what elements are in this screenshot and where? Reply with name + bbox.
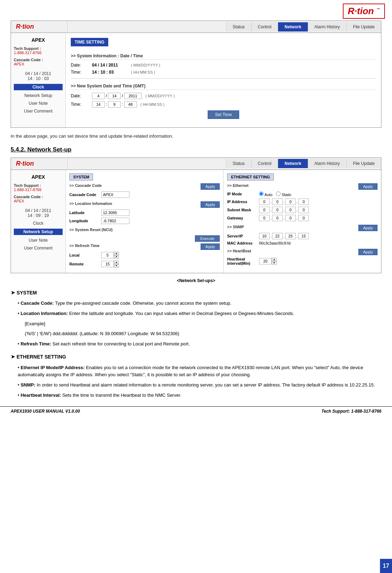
sidebar2-title: APEX [14, 174, 63, 180]
location-title: >> Location Infomation [69, 201, 112, 206]
server-ip-1[interactable] [259, 233, 270, 239]
heartbeat-interval-input[interactable] [259, 258, 272, 264]
ip-mode-static-radio[interactable] [276, 191, 281, 196]
gateway-1[interactable] [259, 215, 270, 221]
sidebar1-nav-clock[interactable]: Clock [14, 84, 63, 90]
ethernet-apply-button[interactable]: Apply [358, 183, 377, 190]
ip-addr-3[interactable] [285, 199, 296, 205]
subnet-1[interactable] [259, 207, 270, 213]
local-input[interactable] [101, 252, 114, 258]
local-spin-up[interactable]: ▲ [114, 252, 119, 255]
tab-file-update-1[interactable]: File Update [346, 22, 381, 31]
server-ip-2[interactable] [272, 233, 283, 239]
heartbeat-interval-label: Heartbeat Interval(Min) [227, 257, 259, 265]
ethernet-ip-desc: • Ethernet IP Mode/IP Address: Enables y… [18, 364, 381, 379]
new-date-month[interactable] [92, 93, 105, 99]
gateway-3[interactable] [285, 215, 296, 221]
tab-control-2[interactable]: Control [251, 159, 278, 168]
subnet-mask-label: Subnet Mask [227, 208, 259, 212]
panel2-sidebar: APEX Tech Support : 1-888-317-8766 Casca… [11, 170, 66, 273]
location-example: ('N/S' | 'E/W') ddd.dddddd: (Latitude: N… [25, 330, 381, 338]
tab-status-1[interactable]: Status [226, 22, 251, 31]
ip-mode-auto-label[interactable]: Auto [259, 191, 272, 197]
ip-mode-auto-radio[interactable] [259, 191, 264, 196]
ip-addr-2[interactable] [272, 199, 283, 205]
heartbeat-spin-down[interactable]: ▼ [272, 261, 277, 265]
remote-spin-down[interactable]: ▼ [114, 264, 119, 268]
subnet-3[interactable] [285, 207, 296, 213]
subnet-4[interactable] [298, 207, 309, 213]
heartbeat-interval-row: Heartbeat Interval(Min) ▲ ▼ [227, 257, 377, 265]
cascade-apply-button[interactable]: Apply [201, 183, 220, 190]
new-date-day[interactable] [108, 93, 121, 99]
subnet-2[interactable] [272, 207, 283, 213]
new-date-label: Date: [71, 93, 92, 98]
new-time-minute[interactable] [108, 101, 121, 108]
local-spin-down[interactable]: ▼ [114, 255, 119, 259]
sidebar2-nav-network-setup[interactable]: Network Setup [14, 229, 63, 235]
sidebar2-nav-user-comment[interactable]: User Comment [14, 246, 63, 251]
cascade-code-label: Cascade Code [69, 193, 101, 197]
ip-addr-4[interactable] [298, 199, 309, 205]
latitude-input[interactable] [101, 210, 129, 216]
execute-button[interactable]: Execute [195, 235, 220, 242]
longitude-input[interactable] [101, 218, 129, 224]
ip-address-inputs: . . . [259, 199, 309, 205]
ip-mode-label: IP Mode [227, 192, 259, 196]
remote-spin-up[interactable]: ▲ [114, 260, 119, 264]
location-apply-button[interactable]: Apply [201, 201, 220, 208]
sys-time-hint: ( HH:MM:SS ) [131, 70, 155, 74]
tab-file-update-2[interactable]: File Update [346, 159, 381, 168]
sidebar1-date: 04 / 14 / 2011 [14, 71, 63, 76]
heartbeat-apply-button[interactable]: Apply [358, 249, 377, 255]
location-example-title: [Example] [25, 320, 381, 328]
new-date-year[interactable] [124, 93, 142, 99]
new-time-label: Time: [71, 102, 92, 107]
snmp-apply-button[interactable]: Apply [358, 225, 377, 231]
page-number: 17 [380, 559, 392, 573]
ip-mode-static-label[interactable]: Static [276, 191, 292, 197]
tab-status-2[interactable]: Status [226, 159, 251, 168]
remote-input[interactable] [101, 261, 114, 267]
ip-addr-1[interactable] [259, 199, 270, 205]
server-ip-4[interactable] [298, 233, 309, 239]
ethernet-title: >> Ethernet [227, 183, 249, 188]
panel-time-setting: R·tion Status Control Network Alarm Hist… [11, 21, 381, 128]
panel1-logo: R·tion [11, 21, 68, 33]
set-time-button[interactable]: Set Time [208, 110, 239, 119]
refresh-apply-button[interactable]: Apply [201, 243, 220, 250]
cascade-code-input[interactable] [101, 191, 129, 198]
top-rtion-logo: R·tion [343, 4, 385, 19]
refresh-desc: • Refresh Time: Set each refresh time fo… [18, 340, 381, 348]
system-header: SYSTEM [69, 173, 93, 181]
local-label: Local [69, 253, 101, 257]
sys-time-label: Time: [71, 70, 92, 75]
new-time-hour[interactable] [92, 101, 105, 108]
sidebar2-nav-clock[interactable]: Clock [14, 221, 63, 226]
sidebar1-nav-user-comment[interactable]: User Comment [14, 109, 63, 114]
tab-network-2[interactable]: Network [278, 159, 307, 168]
sidebar1-nav-network-setup[interactable]: Network Setup [14, 93, 63, 98]
panel2-logo-text: R·tion [16, 160, 34, 167]
network-caption: <Network Set-ups> [11, 278, 381, 283]
ethernet-section: >> Ethernet Apply [227, 183, 377, 190]
sys-time-row: Time: 14 : 10 : 03 ( HH:MM:SS ) [71, 70, 376, 75]
sidebar2-nav-user-note[interactable]: User Note [14, 238, 63, 243]
heartbeat-spin-up[interactable]: ▲ [272, 258, 277, 261]
tab-network-1[interactable]: Network [278, 22, 307, 31]
time-setting-header: TIME SETTING [71, 38, 108, 46]
description-section: ➤ SYSTEM • Cascade Code: Type the pre-as… [11, 288, 381, 399]
tab-control-1[interactable]: Control [251, 22, 278, 31]
sidebar1-nav-user-note[interactable]: User Note [14, 101, 63, 106]
mac-value: 00c3c3aac00c9:fd [259, 241, 290, 245]
tab-alarm-history-1[interactable]: Alarm History [308, 22, 346, 31]
tab-alarm-history-2[interactable]: Alarm History [308, 159, 346, 168]
panel1-main: TIME SETTING >> System Information : Dat… [66, 33, 381, 127]
gateway-4[interactable] [298, 215, 309, 221]
new-time-second[interactable] [124, 101, 137, 108]
latitude-row: Latitude [69, 210, 220, 216]
gateway-2[interactable] [272, 215, 283, 221]
remote-label: Remote [69, 262, 101, 266]
nav-bar-1: R·tion Status Control Network Alarm Hist… [11, 21, 381, 33]
server-ip-3[interactable] [285, 233, 296, 239]
